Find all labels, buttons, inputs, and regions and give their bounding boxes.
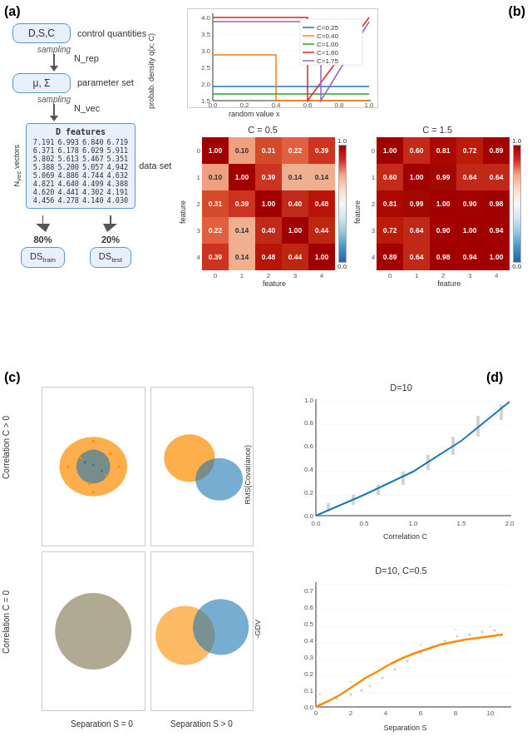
svg-text:2.0: 2.0	[505, 520, 515, 527]
hm-cell: 0.39	[202, 244, 229, 270]
split-20-label: 20%	[101, 235, 120, 245]
chart-d-bottom: D=10, C=0.5 -GDV 0.0 0.1 0.2 0.3 0.4 0.5…	[278, 566, 524, 740]
hm-cell: 0.14	[282, 164, 308, 190]
hm-cell: 0.98	[483, 190, 510, 217]
svg-point-119	[481, 631, 484, 634]
hm-cell: 0.44	[308, 217, 335, 244]
panel-label-b: (b)	[509, 4, 525, 19]
table-row: 5.0694.8864.7444.632	[32, 171, 130, 180]
svg-text:0.2: 0.2	[239, 101, 249, 108]
linechart-svg: 4.0 3.5 3.0 2.5 2.0 1.5 0.0 0.2 0.4 0.6 …	[187, 8, 378, 108]
svg-text:0.8: 0.8	[304, 419, 314, 427]
svg-text:3.0: 3.0	[201, 47, 211, 55]
panel-label-a: (a)	[4, 4, 21, 19]
corr-label-top: Correlation C > 0	[2, 416, 11, 479]
table-row: 4.8214.6404.4994.388	[32, 180, 130, 188]
svg-point-118	[469, 634, 471, 636]
svg-text:C=0.25: C=0.25	[317, 24, 339, 32]
scatter-tr-svg	[151, 388, 254, 546]
hm-cell: 0.99	[403, 190, 430, 217]
control-box: D,S,C	[12, 23, 71, 43]
hm-cell: 0.64	[403, 217, 430, 244]
svg-point-108	[350, 694, 352, 696]
ds-train-box: DStrain	[21, 247, 65, 268]
hm-cell: 0.81	[377, 190, 403, 217]
svg-rect-81	[287, 578, 520, 724]
sep-label-right: Separation S > 0	[154, 719, 249, 729]
hm-cell: 0.31	[202, 190, 229, 217]
svg-point-116	[444, 640, 446, 643]
svg-point-38	[66, 465, 69, 467]
svg-text:0.5: 0.5	[304, 620, 314, 628]
param-box: μ, Σ	[12, 73, 71, 93]
hm-cell: 0.10	[202, 164, 229, 190]
hm-cell: 1.00	[308, 244, 335, 270]
svg-point-112	[394, 669, 397, 671]
scatter-bottom-right	[150, 551, 254, 711]
svg-point-126	[490, 625, 492, 628]
svg-text:0.4: 0.4	[304, 466, 314, 473]
hm-cell: 0.81	[430, 137, 456, 164]
svg-text:10: 10	[487, 709, 495, 717]
svg-text:6: 6	[419, 709, 423, 717]
hm-cell: 0.40	[255, 217, 282, 244]
svg-text:8: 8	[454, 709, 458, 717]
hm-cell: 0.39	[255, 164, 282, 190]
control-label: control quantities	[77, 28, 146, 38]
svg-point-37	[109, 452, 111, 455]
svg-text:C=1.75: C=1.75	[317, 57, 339, 65]
param-label: parameter set	[77, 77, 134, 88]
svg-rect-54	[287, 395, 520, 532]
svg-point-36	[88, 482, 91, 485]
svg-text:C=1.60: C=1.60	[317, 49, 339, 57]
svg-text:0: 0	[314, 709, 318, 717]
panel-label-c: (c)	[4, 370, 21, 385]
svg-text:0.4: 0.4	[304, 637, 314, 645]
svg-point-124	[420, 644, 422, 646]
corr-label-bottom: Correlation C = 0	[2, 590, 11, 654]
table-row: 5.3885.2005.0574.942	[32, 163, 130, 171]
hm-cell: 0.40	[282, 190, 308, 217]
ds-test-box: DStest	[90, 247, 131, 268]
svg-point-111	[382, 677, 384, 679]
svg-text:0.3: 0.3	[304, 654, 314, 661]
svg-point-53	[193, 599, 249, 655]
hm-cell: 0.44	[282, 244, 308, 270]
nvec-vectors-label: Nvec vectors	[12, 145, 22, 186]
svg-point-122	[350, 681, 352, 684]
svg-point-47	[195, 458, 243, 501]
control-box-text: D,S,C	[28, 27, 55, 39]
sampling-label-1: sampling	[37, 45, 71, 54]
svg-text:0.2: 0.2	[304, 670, 314, 678]
heatmap-right: C = 1.5 feature 0 1 2 3 4 1	[353, 125, 521, 288]
hm-cell: 1.00	[430, 190, 456, 217]
scatter-top-left	[42, 387, 145, 546]
hm-cell: 0.72	[377, 217, 403, 244]
n-vec-label: N_vec	[74, 103, 100, 113]
linechart-section: probab. density q(x; C) 4.0 3.5 3.0 2.5	[179, 8, 382, 116]
hm-cell: 0.48	[308, 190, 335, 217]
svg-text:0.8: 0.8	[334, 101, 344, 108]
chart-d-bottom-ylabel: -GDV	[254, 620, 262, 639]
hm-cell: 0.14	[229, 217, 255, 244]
chart-d-top: D=10 RMS(Covariance) 0.0 0.2 0.4 0.6 0.8…	[278, 383, 524, 545]
heatmap-right-colorbar: 1.0 0.0	[512, 137, 521, 270]
chart-d-bottom-title: D=10, C=0.5	[278, 566, 524, 576]
svg-text:C=0.40: C=0.40	[317, 32, 339, 40]
svg-point-40	[92, 440, 95, 442]
chart-d-top-title: D=10	[278, 383, 524, 393]
scatter-tl-svg	[42, 388, 145, 546]
svg-text:2.5: 2.5	[201, 64, 211, 72]
chart-d-top-ylabel: RMS(Covariance)	[244, 445, 252, 505]
table-row: 4.6204.4414.3024.191	[32, 188, 130, 196]
heatmap-right-title: C = 1.5	[422, 125, 452, 135]
heatmap-left-grid: 1.00 0.10 0.31 0.22 0.39 0.10 1.00 0.39 …	[202, 137, 335, 270]
table-row: 4.4564.2784.1404.030	[32, 196, 130, 205]
main-container: (a) D,S,C control quantities sampling N_…	[0, 0, 532, 756]
hm-cell: 1.00	[282, 217, 308, 244]
sampling-label-2: sampling	[37, 95, 71, 104]
hm-cell: 0.89	[377, 244, 403, 270]
svg-text:0.5: 0.5	[359, 520, 369, 527]
chart-d-bottom-svg: 0.0 0.1 0.2 0.3 0.4 0.5 0.6 0.7	[287, 578, 520, 724]
heatmap-left-title: C = 0.5	[248, 125, 278, 135]
